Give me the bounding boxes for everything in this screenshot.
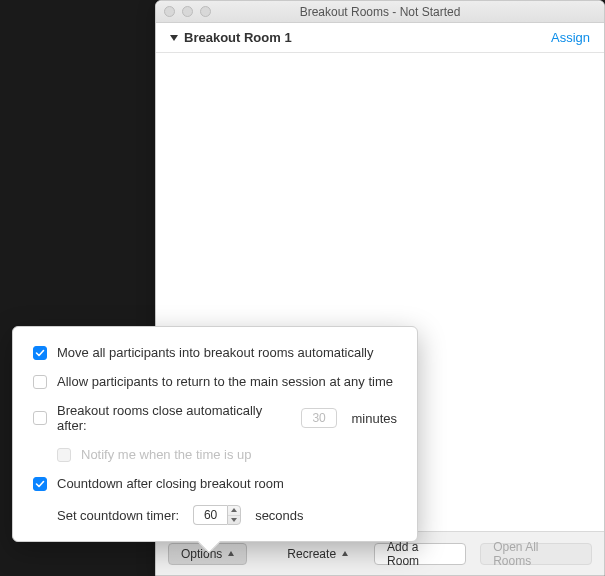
window-title: Breakout Rooms - Not Started xyxy=(156,5,604,19)
room-header: Breakout Room 1 Assign xyxy=(156,23,604,53)
stepper-up-icon[interactable] xyxy=(228,506,240,516)
open-all-rooms-button: Open All Rooms xyxy=(480,543,592,565)
option-label: Allow participants to return to the main… xyxy=(57,374,393,389)
options-popover: Move all participants into breakout room… xyxy=(12,326,418,542)
room-name: Breakout Room 1 xyxy=(184,30,292,45)
checkbox-icon[interactable] xyxy=(33,477,47,491)
checkbox-icon[interactable] xyxy=(33,411,47,425)
minimize-icon[interactable] xyxy=(182,6,193,17)
add-room-button[interactable]: Add a Room xyxy=(374,543,466,565)
open-all-rooms-label: Open All Rooms xyxy=(493,540,579,568)
option-notify-time: Notify me when the time is up xyxy=(33,447,397,462)
option-label: Countdown after closing breakout room xyxy=(57,476,284,491)
option-auto-close[interactable]: Breakout rooms close automatically after… xyxy=(33,403,397,433)
assign-link[interactable]: Assign xyxy=(551,30,590,45)
option-label: Move all participants into breakout room… xyxy=(57,345,373,360)
checkbox-icon[interactable] xyxy=(33,346,47,360)
add-room-button-label: Add a Room xyxy=(387,540,453,568)
option-move-auto[interactable]: Move all participants into breakout room… xyxy=(33,345,397,360)
option-countdown-timer: Set countdown timer: 60 seconds xyxy=(33,505,397,525)
titlebar: Breakout Rooms - Not Started xyxy=(156,1,604,23)
recreate-button-label: Recreate xyxy=(287,547,336,561)
option-label: Breakout rooms close automatically after… xyxy=(57,403,287,433)
auto-close-minutes-input[interactable]: 30 xyxy=(301,408,338,428)
checkbox-icon xyxy=(57,448,71,462)
option-label: Set countdown timer: xyxy=(57,508,179,523)
options-button-label: Options xyxy=(181,547,222,561)
close-icon[interactable] xyxy=(164,6,175,17)
option-countdown[interactable]: Countdown after closing breakout room xyxy=(33,476,397,491)
countdown-seconds-stepper[interactable]: 60 xyxy=(193,505,241,525)
recreate-button[interactable]: Recreate xyxy=(275,543,360,565)
countdown-seconds-value: 60 xyxy=(193,505,227,525)
stepper-arrows[interactable] xyxy=(227,505,241,525)
zoom-icon[interactable] xyxy=(200,6,211,17)
desktop-background: Breakout Rooms - Not Started Breakout Ro… xyxy=(0,0,605,576)
option-label-unit: minutes xyxy=(351,411,397,426)
traffic-lights xyxy=(156,6,211,17)
room-disclosure[interactable]: Breakout Room 1 xyxy=(170,30,292,45)
option-label-unit: seconds xyxy=(255,508,303,523)
checkbox-icon[interactable] xyxy=(33,375,47,389)
chevron-down-icon xyxy=(170,35,178,41)
stepper-down-icon[interactable] xyxy=(228,516,240,525)
option-label: Notify me when the time is up xyxy=(81,447,252,462)
option-allow-return[interactable]: Allow participants to return to the main… xyxy=(33,374,397,389)
